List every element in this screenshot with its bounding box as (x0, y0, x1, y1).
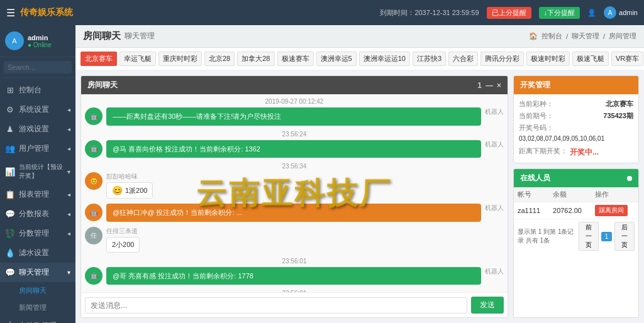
current-page-btn[interactable]: 1 (601, 232, 613, 241)
system-arrow: ◂ (67, 106, 70, 113)
tag-beijing28[interactable]: 北京28 (204, 52, 235, 66)
sidebar-item-label-system: 系统设置 (19, 104, 49, 115)
sidebar-item-label-score-report: 分数报表 (19, 209, 49, 219)
hamburger-icon[interactable]: ☰ (6, 7, 15, 19)
sidebar-item-label-room-chat: 房间聊天 (19, 287, 47, 294)
score-report-icon: 💬 (5, 209, 15, 219)
chat-icon: 💬 (5, 268, 15, 277)
chat-msg-row-6: 机器人 @哥 亮喜有感 投注成功！当前剩余积分: 1778 🤖 (85, 267, 504, 285)
emoji-1: 😊 (112, 185, 123, 195)
sidebar-item-stats[interactable]: 📊 当前统计【预设开奖】 ▾ (0, 158, 75, 185)
sidebar-item-chat[interactable]: 💬 聊天管理 ▾ (0, 263, 75, 282)
tag-aus5[interactable]: 澳洲幸运5 (316, 52, 357, 66)
tag-lucky-airship[interactable]: 幸运飞艇 (119, 52, 156, 66)
next-page-btn[interactable]: 后一页 (614, 222, 635, 251)
online-title: 在线人员 (520, 173, 550, 183)
sidebar-item-label-auto: 自动跑管理 (19, 320, 57, 323)
chat-user-avatar-2: 任 (85, 227, 103, 244)
chat-user-content-1: 彭彭哈哈味 😊 1派200 (106, 172, 504, 199)
chat-expand-icon[interactable]: 1 (477, 81, 482, 90)
header-username: admin (619, 9, 638, 16)
user-profile-icon[interactable]: 👤 (587, 9, 596, 17)
chat-user-name-2: 任排三杀道 (106, 227, 504, 236)
stats-arrow: ▾ (67, 168, 70, 175)
tag-canada28[interactable]: 加拿大28 (237, 52, 274, 66)
send-button[interactable]: 发送 (471, 297, 504, 314)
sidebar-item-system[interactable]: ⚙ 系统设置 ◂ (0, 100, 75, 119)
tag-tencent[interactable]: 腾讯分分彩 (480, 52, 524, 66)
chat-header: 房间聊天 1 — × (81, 76, 508, 94)
kick-button[interactable]: 踢离房间 (595, 205, 628, 216)
sidebar-search-input[interactable] (4, 61, 72, 74)
breadcrumb-sep1: / (566, 33, 568, 40)
sidebar-item-label-users: 用户管理 (19, 143, 49, 154)
chat-user-msg-2: 任 任排三杀道 2小200 (85, 227, 504, 253)
sidebar-item-label-reports: 报表管理 (19, 189, 49, 200)
chat-section: 房间聊天 1 — × 2019-09-27 00:12:42 机器人 (80, 75, 508, 318)
col-action: 操作 (591, 187, 638, 202)
tag-jiangsu3[interactable]: 江苏快3 (413, 52, 446, 66)
tag-speed-car[interactable]: 极速赛车 (277, 52, 314, 66)
upload-remind-btn[interactable]: 已上分提醒 (487, 7, 531, 19)
sidebar-item-room-chat[interactable]: 房间聊天 (0, 282, 75, 299)
sidebar-item-dashboard[interactable]: ⊞ 控制台 (0, 80, 75, 100)
tag-beijing-racing[interactable]: 北京赛车 (80, 52, 117, 66)
online-user-balance: 20762.00 (549, 202, 591, 219)
chat-header-icons: 1 — × (477, 81, 501, 90)
sidebar-item-score-mgmt[interactable]: 💱 分数管理 ◂ (0, 224, 75, 243)
chat-role-6: 机器人 (485, 267, 504, 276)
breadcrumb-sub: 聊天管理 (125, 31, 155, 41)
chat-bubble-4: @狂神口冲@ 投注成功！当前剩余积分: ... (106, 204, 481, 222)
chat-avatar-1: 🤖 (85, 107, 103, 125)
right-panel: 开奖管理 当前彩种： 北京赛车 当前期号： 735423期 开奖号码： (513, 75, 639, 318)
chat-close-icon[interactable]: × (497, 81, 501, 90)
chat-avatar-6: 🤖 (85, 267, 103, 285)
sidebar-item-score-report[interactable]: 💬 分数报表 ◂ (0, 204, 75, 224)
award-countdown-row: 距离下期开奖： 开奖中... (519, 145, 633, 158)
score-mgmt-icon: 💱 (5, 229, 15, 238)
online-box-header: 在线人员 (514, 169, 638, 187)
breadcrumb-home: 控制台 (541, 31, 562, 41)
tag-chongqing[interactable]: 重庆时时彩 (158, 52, 202, 66)
dashboard-icon: ⊞ (5, 85, 15, 95)
tag-aus10[interactable]: 澳洲幸运运10 (359, 52, 410, 66)
tag-speed-airship[interactable]: 极速飞艇 (572, 52, 609, 66)
sidebar-nav: ⊞ 控制台 ⚙ 系统设置 ◂ ♟ 游戏设置 ◂ 👥 用户管理 ◂ 📊 当前统计【… (0, 78, 75, 323)
award-type-row: 当前彩种： 北京赛车 (519, 99, 633, 109)
sidebar-item-auto[interactable]: 🤖 自动跑管理 ◂ (0, 316, 75, 323)
chat-minimize-icon[interactable]: — (486, 81, 493, 90)
award-type-value: 北京赛车 (606, 99, 633, 109)
sidebar-item-game[interactable]: ♟ 游戏设置 ◂ (0, 119, 75, 139)
col-code: 帐号 (514, 187, 549, 202)
award-number-value: 03,02,08,07,04,09,05,10,06,01 (519, 135, 633, 142)
tag-vr-car[interactable]: VR赛车 (611, 52, 643, 66)
content-area: 房间聊天 聊天管理 🏠 控制台 / 聊天管理 / 房间管理 北京赛车 幸运飞艇 … (75, 25, 644, 323)
sidebar-item-reports[interactable]: 📋 报表管理 ◂ (0, 185, 75, 204)
download-remind-btn[interactable]: ↓下分提醒 (539, 7, 580, 19)
tag-speed-ssc[interactable]: 极速时时彩 (526, 52, 570, 66)
chat-container: 2019-09-27 00:12:42 机器人 ——距离封盘还有30秒——请准备… (81, 94, 508, 292)
sidebar-item-label-game: 游戏设置 (19, 124, 49, 134)
prev-page-btn[interactable]: 前一页 (579, 222, 599, 251)
breadcrumb-home-icon: 🏠 (529, 32, 538, 40)
tag-liuhecai[interactable]: 六合彩 (448, 52, 478, 66)
chat-role-4: 机器人 (485, 204, 504, 212)
online-dot (627, 176, 632, 181)
sidebar: A admin ● Online ⊞ 控制台 ⚙ 系统设置 ◂ ♟ 游戏设置 ◂ (0, 25, 75, 323)
col-balance: 余额 (549, 187, 591, 202)
breadcrumb-sep2: / (603, 33, 605, 40)
chat-input[interactable] (85, 297, 467, 314)
sidebar-item-filter[interactable]: 💧 滤水设置 (0, 243, 75, 263)
header-avatar: A (604, 6, 616, 19)
sub-header: 房间聊天 聊天管理 🏠 控制台 / 聊天管理 / 房间管理 (75, 25, 644, 48)
header-time: 到期时间：2037-12-31 23:59:59 (380, 8, 479, 18)
sidebar-item-users[interactable]: 👥 用户管理 ◂ (0, 139, 75, 158)
pagination-info: 显示第 1 到第 1条记录 共有 1条 (518, 227, 576, 245)
pagination-row: 显示第 1 到第 1条记录 共有 1条 前一页 1 后一页 (514, 219, 638, 253)
score-report-arrow: ◂ (67, 211, 70, 217)
award-box-header: 开奖管理 (514, 76, 638, 94)
chat-arrow: ▾ (67, 269, 70, 276)
sidebar-item-news[interactable]: 新闻管理 (0, 299, 75, 316)
chat-user-bubble-2: 2小200 (106, 237, 140, 253)
sidebar-search-wrap (0, 57, 75, 78)
